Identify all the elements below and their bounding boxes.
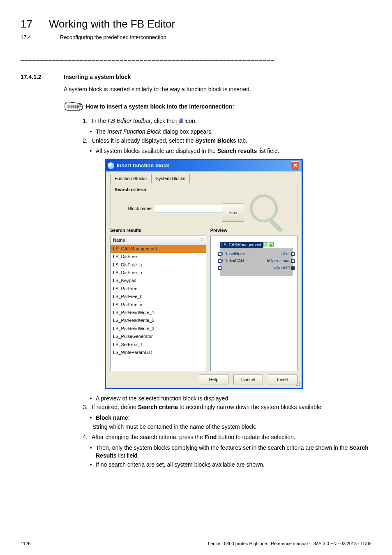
list-item[interactable]: LS_ParFree_b — [111, 293, 206, 301]
subsection-title: Inserting a system block — [64, 73, 131, 81]
section-number-minor: 17.4 — [21, 34, 44, 41]
step-number: 3. — [80, 403, 88, 412]
list-item[interactable]: LS_ParReadWrite_2 — [111, 317, 206, 324]
dialog-title-icon — [108, 162, 114, 169]
step-text: In the FB Editor toolbar, click the icon… — [92, 117, 371, 125]
tab-system-blocks[interactable]: System Blocks — [151, 174, 190, 183]
io-input: bReInitCAN — [222, 258, 244, 264]
preview-block-title: LS_CANManagement — [220, 242, 263, 248]
cancel-button[interactable]: Cancel — [233, 375, 263, 384]
svg-rect-20 — [297, 385, 298, 386]
list-item[interactable]: LS_DisFree_a — [111, 261, 206, 269]
svg-rect-21 — [299, 385, 300, 386]
keyboard-mouse-icon — [64, 101, 83, 112]
dialog-title: Insert function block — [117, 162, 291, 169]
list-item[interactable]: LS_ParFree_v — [111, 301, 206, 309]
block-name-label: Block name — [115, 206, 152, 212]
chapter-title: Working with the FB Editor — [49, 16, 175, 31]
list-item[interactable]: LS_DisFree — [111, 253, 206, 261]
sub-bullet: • A preview of the selected function blo… — [89, 395, 371, 403]
tab-function-blocks[interactable]: Function Blocks — [110, 174, 151, 183]
divider: _ _ _ _ _ _ _ _ _ _ _ _ _ _ _ _ _ _ _ _ … — [21, 54, 371, 62]
io-output: bFail — [281, 251, 291, 257]
svg-point-14 — [251, 196, 277, 221]
svg-rect-15 — [269, 218, 284, 233]
io-output: bOperational — [267, 258, 290, 264]
sub-bullet: • The Insert Function Block dialog box a… — [89, 128, 371, 136]
sub-bullet: • If no search criteria are set, all sys… — [89, 461, 371, 469]
instruction-heading: How to insert a system block into the in… — [86, 103, 234, 111]
list-item[interactable]: LS_ParFree — [111, 285, 206, 293]
list-item[interactable]: LS_SetError_1 — [111, 341, 206, 349]
insert-button[interactable]: Insert — [268, 375, 297, 384]
list-item[interactable]: LS_ParReadWrite_1 — [111, 309, 206, 317]
close-icon[interactable]: ✕ — [291, 161, 300, 170]
insert-function-block-dialog: Insert function block ✕ Function Blocks … — [105, 159, 303, 389]
preview-pane: LS_CANManagement?▣ bResetNodebFail bReIn… — [210, 236, 297, 371]
chapter-number: 17 — [21, 16, 32, 31]
step-number: 1. — [80, 117, 88, 125]
step-number: 2. — [80, 137, 88, 145]
find-button[interactable]: Find — [222, 204, 244, 222]
list-item[interactable]: LS_WriteParamList — [111, 349, 206, 356]
step-text: After changing the search criteria, pres… — [92, 433, 371, 442]
magnifier-watermark-icon — [246, 190, 291, 236]
io-input: bResetNode — [222, 251, 245, 257]
sub-bullet-text: String which must be contained in the na… — [92, 423, 371, 431]
list-item[interactable]: LS_CANManagement — [111, 245, 206, 253]
sub-bullet: • All system blocks available are displa… — [89, 147, 371, 155]
list-item[interactable]: LS_DisFree_b — [111, 269, 206, 277]
list-item[interactable]: LS_Keypad — [111, 277, 206, 284]
insert-fb-toolbar-icon — [176, 118, 183, 125]
sub-bullet: • Block name: — [89, 414, 371, 422]
expand-badge-icon: ▣ — [269, 242, 274, 247]
svg-rect-19 — [296, 385, 297, 386]
search-results-list[interactable]: Name▽ LS_CANManagement LS_DisFree LS_Dis… — [110, 236, 206, 371]
svg-rect-17 — [297, 384, 298, 384]
dialog-titlebar[interactable]: Insert function block ✕ — [106, 160, 302, 171]
resize-grip-icon[interactable] — [295, 381, 301, 387]
help-badge-icon: ? — [263, 242, 268, 247]
subsection-number: 17.4.1.2 — [21, 73, 51, 81]
step-text: Unless it is already displayed, select t… — [92, 137, 371, 145]
search-results-title: Search results — [110, 227, 206, 234]
step-text: If required, define Search criteria to a… — [92, 403, 371, 412]
sub-bullet: • Then, only the system blocks complying… — [89, 444, 371, 460]
section-title-minor: Reconfiguring the predefined interconnec… — [60, 34, 166, 41]
search-criteria-title: Search criteria — [113, 187, 148, 193]
block-name-input[interactable] — [155, 205, 225, 213]
list-header-name[interactable]: Name▽ — [111, 236, 206, 245]
list-item[interactable]: LS_ParReadWrite_3 — [111, 325, 206, 333]
help-button[interactable]: Help — [199, 375, 228, 384]
list-item[interactable]: LS_PulseGenerator — [111, 333, 206, 340]
preview-function-block: LS_CANManagement?▣ bResetNodebFail bReIn… — [220, 242, 293, 276]
svg-rect-16 — [299, 382, 300, 383]
intro-paragraph: A system block is inserted similarly to … — [64, 86, 371, 94]
step-number: 4. — [80, 433, 88, 442]
io-output: wNodeID — [273, 265, 290, 271]
svg-rect-18 — [299, 384, 300, 384]
